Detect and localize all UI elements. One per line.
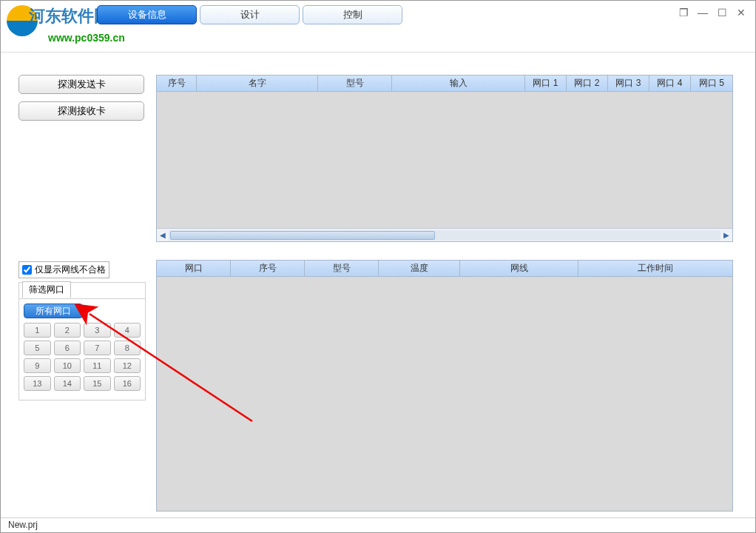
port-grid: 1 2 3 4 5 6 7 8 9 10 11 12 13 14 15 16 <box>24 323 141 391</box>
detect-send-button[interactable]: 探测发送卡 <box>18 75 144 94</box>
header: 河东软件园 www.pc0359.cn 设备信息 设计 控制 ❐ — ☐ ✕ <box>1 1 755 53</box>
recv-card-table-body <box>157 277 732 511</box>
status-file: New.prj <box>8 520 38 530</box>
port-filter-inner: 所有网口 1 2 3 4 5 6 7 8 9 10 11 12 13 14 15… <box>19 298 145 395</box>
recv-card-table: 网口 序号 型号 温度 网线 工作时间 <box>156 260 733 512</box>
col-model[interactable]: 型号 <box>318 76 392 91</box>
port-btn-9[interactable]: 9 <box>24 358 51 373</box>
col-port5[interactable]: 网口 5 <box>691 76 732 91</box>
col2-uptime[interactable]: 工作时间 <box>578 261 732 276</box>
maximize-icon[interactable]: ☐ <box>715 7 729 19</box>
port-btn-6[interactable]: 6 <box>54 341 81 355</box>
port-btn-7[interactable]: 7 <box>84 341 111 355</box>
port-btn-12[interactable]: 12 <box>114 358 141 373</box>
scroll-left-icon[interactable]: ◀ <box>157 229 169 241</box>
port-btn-15[interactable]: 15 <box>84 376 111 391</box>
port-btn-16[interactable]: 16 <box>114 376 141 391</box>
port-btn-13[interactable]: 13 <box>24 376 51 391</box>
restore-icon[interactable]: ❐ <box>677 7 690 19</box>
scroll-track[interactable] <box>169 230 720 241</box>
send-card-table-body <box>157 92 732 228</box>
watermark-url: www.pc0359.cn <box>48 32 125 44</box>
main-tabs: 设备信息 设计 控制 <box>97 5 405 24</box>
status-bar: New.prj <box>1 517 755 532</box>
port-btn-8[interactable]: 8 <box>114 341 141 355</box>
col2-index[interactable]: 序号 <box>231 261 305 276</box>
col-port3[interactable]: 网口 3 <box>608 76 649 91</box>
tab-design[interactable]: 设计 <box>200 5 300 24</box>
col-index[interactable]: 序号 <box>157 76 197 91</box>
col-input[interactable]: 输入 <box>392 76 525 91</box>
port-btn-10[interactable]: 10 <box>54 358 81 373</box>
recv-card-table-header: 网口 序号 型号 温度 网线 工作时间 <box>157 261 732 277</box>
tab-control[interactable]: 控制 <box>303 5 402 24</box>
minimize-icon[interactable]: — <box>696 7 709 19</box>
col-port1[interactable]: 网口 1 <box>525 76 567 91</box>
all-ports-button[interactable]: 所有网口 <box>24 304 83 318</box>
send-card-table-header: 序号 名字 型号 输入 网口 1 网口 2 网口 3 网口 4 网口 5 <box>157 76 732 92</box>
scroll-right-icon[interactable]: ▶ <box>720 229 732 241</box>
col-port4[interactable]: 网口 4 <box>649 76 691 91</box>
col2-temp[interactable]: 温度 <box>379 261 460 276</box>
side-buttons: 探测发送卡 探测接收卡 <box>18 75 146 128</box>
close-icon[interactable]: ✕ <box>735 7 748 19</box>
port-btn-5[interactable]: 5 <box>24 341 51 355</box>
scroll-thumb[interactable] <box>170 231 435 240</box>
col2-model[interactable]: 型号 <box>305 261 379 276</box>
port-btn-14[interactable]: 14 <box>54 376 81 391</box>
port-filter-tab[interactable]: 筛选网口 <box>22 281 71 298</box>
content-area: 探测发送卡 探测接收卡 序号 名字 型号 输入 网口 1 网口 2 网口 3 网… <box>1 53 755 517</box>
hscrollbar[interactable]: ◀ ▶ <box>157 228 732 241</box>
port-btn-3[interactable]: 3 <box>84 323 111 338</box>
port-btn-1[interactable]: 1 <box>24 323 51 338</box>
port-btn-11[interactable]: 11 <box>84 358 111 373</box>
window-controls: ❐ — ☐ ✕ <box>677 7 748 19</box>
col2-port[interactable]: 网口 <box>157 261 231 276</box>
show-bad-cable-label: 仅显示网线不合格 <box>35 264 106 276</box>
show-bad-cable-checkbox[interactable]: 仅显示网线不合格 <box>18 261 109 278</box>
col-name[interactable]: 名字 <box>197 76 318 91</box>
send-card-table: 序号 名字 型号 输入 网口 1 网口 2 网口 3 网口 4 网口 5 ◀ ▶ <box>156 75 733 242</box>
port-filter-panel: 筛选网口 所有网口 1 2 3 4 5 6 7 8 9 10 11 12 13 … <box>18 282 146 400</box>
port-btn-2[interactable]: 2 <box>54 323 81 338</box>
col2-cable[interactable]: 网线 <box>460 261 578 276</box>
col-port2[interactable]: 网口 2 <box>567 76 608 91</box>
port-btn-4[interactable]: 4 <box>114 323 141 338</box>
tab-device-info[interactable]: 设备信息 <box>97 5 197 24</box>
show-bad-cable-input[interactable] <box>22 265 32 275</box>
detect-recv-button[interactable]: 探测接收卡 <box>18 101 144 121</box>
